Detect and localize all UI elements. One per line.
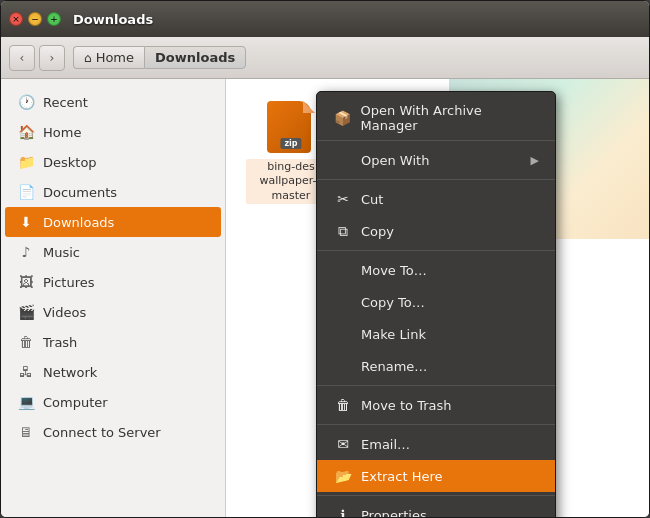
sidebar-item-downloads[interactable]: ⬇ Downloads bbox=[5, 207, 221, 237]
videos-icon: 🎬 bbox=[17, 303, 35, 321]
sidebar-label-documents: Documents bbox=[43, 185, 117, 200]
sidebar-item-music[interactable]: ♪ Music bbox=[5, 237, 221, 267]
cm-label-email: Email… bbox=[361, 437, 410, 452]
cm-label-copy: Copy bbox=[361, 224, 394, 239]
window-controls: × − + bbox=[9, 12, 61, 26]
cut-icon: ✂ bbox=[333, 189, 353, 209]
zip-icon-corner bbox=[303, 101, 315, 113]
network-icon: 🖧 bbox=[17, 363, 35, 381]
context-menu: 📦 Open With Archive Manager Open With ▶ … bbox=[316, 91, 556, 517]
file-manager-window: × − + Downloads ‹ › ⌂ Home Downloads 🕐 bbox=[0, 0, 650, 518]
sidebar-label-music: Music bbox=[43, 245, 80, 260]
trash-icon: 🗑 bbox=[17, 333, 35, 351]
sidebar-item-connect-server[interactable]: 🖥 Connect to Server bbox=[5, 417, 221, 447]
context-menu-separator-3 bbox=[317, 385, 555, 386]
sidebar-item-home[interactable]: 🏠 Home bbox=[5, 117, 221, 147]
minimize-button[interactable]: − bbox=[28, 12, 42, 26]
context-menu-item-copy-to[interactable]: Copy To… bbox=[317, 286, 555, 318]
sidebar-item-computer[interactable]: 💻 Computer bbox=[5, 387, 221, 417]
sidebar-label-pictures: Pictures bbox=[43, 275, 94, 290]
cm-label-move-trash: Move to Trash bbox=[361, 398, 452, 413]
cm-label-cut: Cut bbox=[361, 192, 383, 207]
context-menu-item-cut[interactable]: ✂ Cut bbox=[317, 183, 555, 215]
sidebar-label-home: Home bbox=[43, 125, 81, 140]
downloads-icon: ⬇ bbox=[17, 213, 35, 231]
pictures-icon: 🖼 bbox=[17, 273, 35, 291]
home-icon: ⌂ bbox=[84, 51, 92, 65]
context-menu-separator-2 bbox=[317, 250, 555, 251]
sidebar-item-videos[interactable]: 🎬 Videos bbox=[5, 297, 221, 327]
context-menu-item-move-to[interactable]: Move To… bbox=[317, 254, 555, 286]
sidebar-item-pictures[interactable]: 🖼 Pictures bbox=[5, 267, 221, 297]
cm-label-make-link: Make Link bbox=[361, 327, 426, 342]
zip-type-label: zip bbox=[280, 138, 301, 149]
sidebar-item-desktop[interactable]: 📁 Desktop bbox=[5, 147, 221, 177]
sidebar-label-downloads: Downloads bbox=[43, 215, 114, 230]
cm-label-rename: Rename… bbox=[361, 359, 427, 374]
context-menu-item-email[interactable]: ✉ Email… bbox=[317, 428, 555, 460]
context-menu-item-extract-here[interactable]: 📂 Extract Here bbox=[317, 460, 555, 492]
back-icon: ‹ bbox=[20, 51, 25, 65]
home-sidebar-icon: 🏠 bbox=[17, 123, 35, 141]
maximize-button[interactable]: + bbox=[47, 12, 61, 26]
cm-label-open-archive: Open With Archive Manager bbox=[361, 103, 539, 133]
sidebar-label-desktop: Desktop bbox=[43, 155, 97, 170]
breadcrumb-home-label: Home bbox=[96, 50, 134, 65]
copy-icon: ⧉ bbox=[333, 221, 353, 241]
zip-file-icon: zip bbox=[263, 99, 319, 155]
back-button[interactable]: ‹ bbox=[9, 45, 35, 71]
context-menu-item-properties[interactable]: ℹ Properties bbox=[317, 499, 555, 517]
context-menu-item-rename[interactable]: Rename… bbox=[317, 350, 555, 382]
link-icon bbox=[333, 324, 353, 344]
sidebar-item-recent[interactable]: 🕐 Recent bbox=[5, 87, 221, 117]
context-menu-item-make-link[interactable]: Make Link bbox=[317, 318, 555, 350]
breadcrumb-downloads[interactable]: Downloads bbox=[144, 46, 246, 69]
context-menu-separator-5 bbox=[317, 495, 555, 496]
submenu-arrow-icon: ▶ bbox=[531, 154, 539, 167]
copy-to-icon bbox=[333, 292, 353, 312]
sidebar-label-recent: Recent bbox=[43, 95, 88, 110]
documents-icon: 📄 bbox=[17, 183, 35, 201]
breadcrumb-bar: ⌂ Home Downloads bbox=[73, 46, 246, 69]
music-icon: ♪ bbox=[17, 243, 35, 261]
breadcrumb-home[interactable]: ⌂ Home bbox=[73, 46, 144, 69]
sidebar-label-computer: Computer bbox=[43, 395, 108, 410]
rename-icon bbox=[333, 356, 353, 376]
context-menu-separator-1 bbox=[317, 179, 555, 180]
properties-icon: ℹ bbox=[333, 505, 353, 517]
desktop-icon: 📁 bbox=[17, 153, 35, 171]
sidebar-item-network[interactable]: 🖧 Network bbox=[5, 357, 221, 387]
sidebar-label-network: Network bbox=[43, 365, 97, 380]
forward-button[interactable]: › bbox=[39, 45, 65, 71]
email-icon: ✉ bbox=[333, 434, 353, 454]
recent-icon: 🕐 bbox=[17, 93, 35, 111]
cm-label-properties: Properties bbox=[361, 508, 427, 518]
sidebar: 🕐 Recent 🏠 Home 📁 Desktop 📄 Documents ⬇ … bbox=[1, 79, 226, 517]
open-with-icon bbox=[333, 150, 353, 170]
close-button[interactable]: × bbox=[9, 12, 23, 26]
sidebar-label-trash: Trash bbox=[43, 335, 77, 350]
move-to-icon bbox=[333, 260, 353, 280]
extract-icon: 📂 bbox=[333, 466, 353, 486]
sidebar-label-connect-server: Connect to Server bbox=[43, 425, 161, 440]
server-icon: 🖥 bbox=[17, 423, 35, 441]
cm-label-copy-to: Copy To… bbox=[361, 295, 425, 310]
context-menu-item-open-with[interactable]: Open With ▶ bbox=[317, 144, 555, 176]
sidebar-item-trash[interactable]: 🗑 Trash bbox=[5, 327, 221, 357]
sidebar-label-videos: Videos bbox=[43, 305, 86, 320]
content-area[interactable]: zip bing-des wallpaper-c master 📦 Open W… bbox=[226, 79, 649, 517]
context-menu-item-copy[interactable]: ⧉ Copy bbox=[317, 215, 555, 247]
main-area: 🕐 Recent 🏠 Home 📁 Desktop 📄 Documents ⬇ … bbox=[1, 79, 649, 517]
cm-label-open-with: Open With bbox=[361, 153, 429, 168]
toolbar: ‹ › ⌂ Home Downloads bbox=[1, 37, 649, 79]
context-menu-separator-4 bbox=[317, 424, 555, 425]
context-menu-item-open-archive[interactable]: 📦 Open With Archive Manager bbox=[317, 96, 555, 141]
breadcrumb-downloads-label: Downloads bbox=[155, 50, 235, 65]
context-menu-item-move-trash[interactable]: 🗑 Move to Trash bbox=[317, 389, 555, 421]
computer-icon: 💻 bbox=[17, 393, 35, 411]
cm-label-extract-here: Extract Here bbox=[361, 469, 443, 484]
forward-icon: › bbox=[50, 51, 55, 65]
sidebar-item-documents[interactable]: 📄 Documents bbox=[5, 177, 221, 207]
window-title: Downloads bbox=[73, 12, 153, 27]
cm-label-move-to: Move To… bbox=[361, 263, 427, 278]
